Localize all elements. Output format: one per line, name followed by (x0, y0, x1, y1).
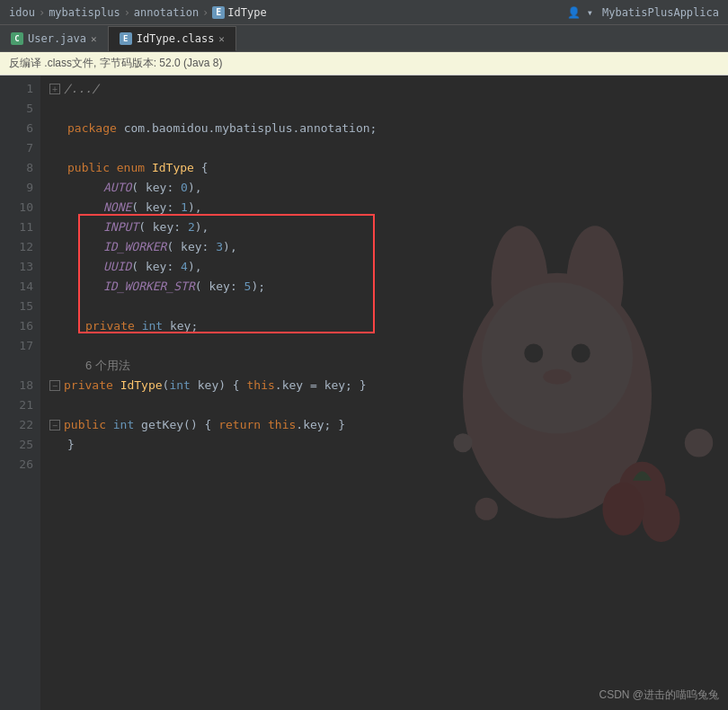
info-banner: 反编译 .class文件, 字节码版本: 52.0 (Java 8) (0, 52, 728, 75)
type-int-18: int (169, 376, 197, 395)
line-num-1: 1 (0, 79, 33, 99)
key-num-9: 0 (181, 178, 188, 198)
return-key: .key; } (296, 415, 345, 435)
kw-this-22: this (268, 415, 296, 435)
code-line-1: + /.../ (49, 79, 719, 99)
code-line-12: ID_WORKER ( key: 3 ), (49, 237, 719, 257)
code-line-9: AUTO ( key: 0 ), (49, 178, 719, 198)
paren-open-10: ( (131, 198, 146, 217)
paren-open-14: ( (195, 277, 209, 297)
line-num-17b (0, 356, 33, 376)
type-int-22: int (113, 415, 141, 435)
line-num-18: 18 (0, 376, 33, 395)
c-icon: C (11, 32, 23, 45)
key-label-11: key: (153, 217, 188, 237)
code-line-18: − private IdType ( int key) { this .key … (49, 376, 719, 395)
package-name: com.baomidou.mybatisplus.annotation; (124, 119, 377, 138)
breadcrumb-item-mybatisplus[interactable]: mybatisplus (49, 6, 120, 19)
comment-6-usages: 6 个用法 (85, 356, 130, 376)
paren-open-9: ( (131, 178, 146, 198)
constructor-name: IdType (120, 376, 163, 395)
comma-11: ), (195, 217, 209, 237)
code-line-11: INPUT ( key: 2 ), (49, 217, 719, 237)
kw-enum: enum (117, 158, 152, 178)
enum-id-worker-str: ID_WORKER_STR (103, 277, 195, 297)
tab-bar: C User.java ✕ E IdType.class ✕ (0, 25, 728, 52)
comma-10: ), (188, 198, 202, 217)
kw-public-22: public (64, 415, 113, 435)
tab-user-java-label: User.java (28, 32, 86, 45)
fold-icon-18[interactable]: − (49, 380, 60, 391)
enum-classname: IdType (152, 158, 201, 178)
breadcrumb-item-annotation[interactable]: annotation (134, 6, 199, 19)
tab-user-java[interactable]: C User.java ✕ (0, 26, 109, 51)
kw-return: return (218, 415, 268, 435)
type-int-16: int (142, 316, 170, 336)
paren-open-11: ( (138, 217, 153, 237)
paren-open-13: ( (131, 257, 146, 277)
kw-this: this (247, 376, 275, 395)
key-label-12: key: (181, 237, 216, 257)
code-line-22: − public int getKey() { return this .key… (49, 415, 719, 435)
code-line-8: public enum IdType { (49, 158, 719, 178)
line-num-14: 14 (0, 277, 33, 297)
paren-open-12: ( (166, 237, 181, 257)
line-num-13: 13 (0, 257, 33, 277)
fold-icon-1[interactable]: + (49, 84, 60, 94)
e-icon-tab: E (120, 32, 132, 45)
breadcrumb-item-idtype[interactable]: IdType (227, 6, 266, 19)
line-num-7: 7 (0, 138, 33, 158)
line-num-10: 10 (0, 198, 33, 217)
tab-user-java-close[interactable]: ✕ (91, 33, 97, 45)
enum-uuid: UUID (103, 257, 131, 277)
breadcrumb-bar: idou › mybatisplus › annotation › E IdTy… (0, 0, 728, 25)
comma-13: ), (188, 257, 202, 277)
key-label-14: key: (209, 277, 244, 297)
key-num-13: 4 (181, 257, 188, 277)
line-num-12: 12 (0, 237, 33, 257)
fold-icon-22[interactable]: − (49, 420, 60, 430)
kw-private-16: private (85, 316, 142, 336)
brace-open: { (201, 158, 209, 178)
breadcrumb-item-idou[interactable]: idou (9, 6, 35, 19)
code-line-6: package com.baomidou.mybatisplus.annotat… (49, 119, 719, 138)
line-numbers: 1 5 6 7 8 9 10 11 12 13 14 15 16 17 18 2… (0, 75, 40, 710)
code-line-15 (49, 297, 719, 316)
key-label-13: key: (146, 257, 181, 277)
code-line-5 (49, 99, 719, 119)
code-area: 1 5 6 7 8 9 10 11 12 13 14 15 16 17 18 2… (0, 75, 728, 710)
key-label-9: key: (146, 178, 181, 198)
line-num-16: 16 (0, 316, 33, 336)
enum-id-worker: ID_WORKER (103, 237, 166, 257)
key-num-10: 1 (181, 198, 188, 217)
comma-9: ), (188, 178, 202, 198)
line-num-8: 8 (0, 158, 33, 178)
key-label-10: key: (146, 198, 181, 217)
kw-package: package (67, 119, 124, 138)
code-line-21 (49, 395, 719, 415)
code-line-7 (49, 138, 719, 158)
code-content: + /.../ package com.baomidou.mybatisplus… (40, 75, 728, 710)
line-num-5: 5 (0, 99, 33, 119)
line-num-11: 11 (0, 217, 33, 237)
tab-idtype-class-close[interactable]: ✕ (218, 33, 225, 45)
breadcrumb-right: 👤 ▾ MybatisPlusApplica (567, 6, 720, 19)
line-num-17: 17 (0, 336, 33, 356)
user-button[interactable]: 👤 ▾ (567, 6, 593, 19)
key-num-14: 5 (244, 277, 252, 297)
kw-private-18: private (64, 376, 120, 395)
enum-none: NONE (103, 198, 131, 217)
breadcrumb-sep-2: › (124, 6, 130, 19)
enum-input: INPUT (103, 217, 138, 237)
line-num-22: 22 (0, 415, 33, 435)
tab-idtype-class[interactable]: E IdType.class ✕ (109, 26, 236, 51)
enum-auto: AUTO (103, 178, 131, 198)
code-line-14: ID_WORKER_STR ( key: 5 ); (49, 277, 719, 297)
line-num-26: 26 (0, 455, 33, 475)
code-line-17 (49, 336, 719, 356)
line-num-6: 6 (0, 119, 33, 138)
semicolon-14: ); (251, 277, 265, 297)
line-num-25: 25 (0, 435, 33, 455)
this-key: .key = key; } (275, 376, 367, 395)
code-line-10: NONE ( key: 1 ), (49, 198, 719, 217)
